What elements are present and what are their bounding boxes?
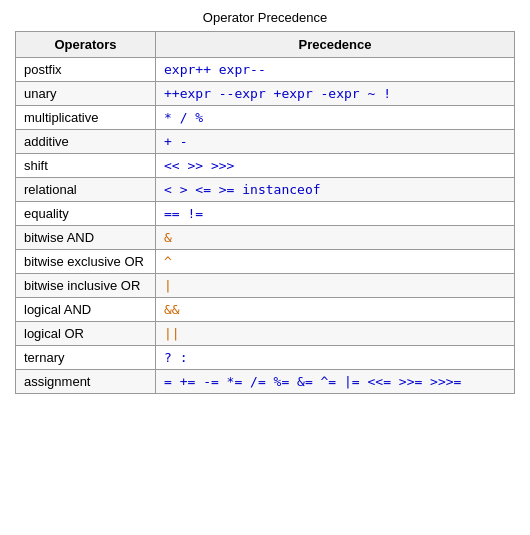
precedence-cell: = += -= *= /= %= &= ^= |= <<= >>= >>>=	[156, 370, 515, 394]
operator-cell: logical OR	[16, 322, 156, 346]
table-row: logical OR||	[16, 322, 515, 346]
table-row: relational< > <= >= instanceof	[16, 178, 515, 202]
table-header-row: Operators Precedence	[16, 32, 515, 58]
precedence-cell: * / %	[156, 106, 515, 130]
precedence-cell: expr++ expr--	[156, 58, 515, 82]
operator-cell: additive	[16, 130, 156, 154]
precedence-cell: ||	[156, 322, 515, 346]
operator-cell: equality	[16, 202, 156, 226]
table-row: bitwise exclusive OR^	[16, 250, 515, 274]
precedence-cell: ++expr --expr +expr -expr ~ !	[156, 82, 515, 106]
table-row: multiplicative* / %	[16, 106, 515, 130]
table-row: ternary? :	[16, 346, 515, 370]
table-row: equality== !=	[16, 202, 515, 226]
operator-cell: bitwise AND	[16, 226, 156, 250]
precedence-cell: == !=	[156, 202, 515, 226]
precedence-cell: < > <= >= instanceof	[156, 178, 515, 202]
precedence-cell: << >> >>>	[156, 154, 515, 178]
table-row: assignment= += -= *= /= %= &= ^= |= <<= …	[16, 370, 515, 394]
precedence-cell: + -	[156, 130, 515, 154]
operator-cell: bitwise exclusive OR	[16, 250, 156, 274]
header-precedence: Precedence	[156, 32, 515, 58]
operator-cell: shift	[16, 154, 156, 178]
precedence-cell: &	[156, 226, 515, 250]
table-row: postfixexpr++ expr--	[16, 58, 515, 82]
table-row: logical AND&&	[16, 298, 515, 322]
precedence-cell: ? :	[156, 346, 515, 370]
operator-precedence-table: Operators Precedence postfixexpr++ expr-…	[15, 31, 515, 394]
table-row: unary++expr --expr +expr -expr ~ !	[16, 82, 515, 106]
operator-cell: unary	[16, 82, 156, 106]
precedence-cell: &&	[156, 298, 515, 322]
table-row: bitwise AND&	[16, 226, 515, 250]
table-row: additive+ -	[16, 130, 515, 154]
operator-cell: logical AND	[16, 298, 156, 322]
main-container: Operator Precedence Operators Precedence…	[15, 10, 515, 394]
operator-cell: relational	[16, 178, 156, 202]
table-title: Operator Precedence	[15, 10, 515, 25]
operator-cell: multiplicative	[16, 106, 156, 130]
operator-cell: assignment	[16, 370, 156, 394]
header-operators: Operators	[16, 32, 156, 58]
table-row: bitwise inclusive OR|	[16, 274, 515, 298]
operator-cell: bitwise inclusive OR	[16, 274, 156, 298]
precedence-cell: |	[156, 274, 515, 298]
table-row: shift<< >> >>>	[16, 154, 515, 178]
operator-cell: postfix	[16, 58, 156, 82]
precedence-cell: ^	[156, 250, 515, 274]
operator-cell: ternary	[16, 346, 156, 370]
